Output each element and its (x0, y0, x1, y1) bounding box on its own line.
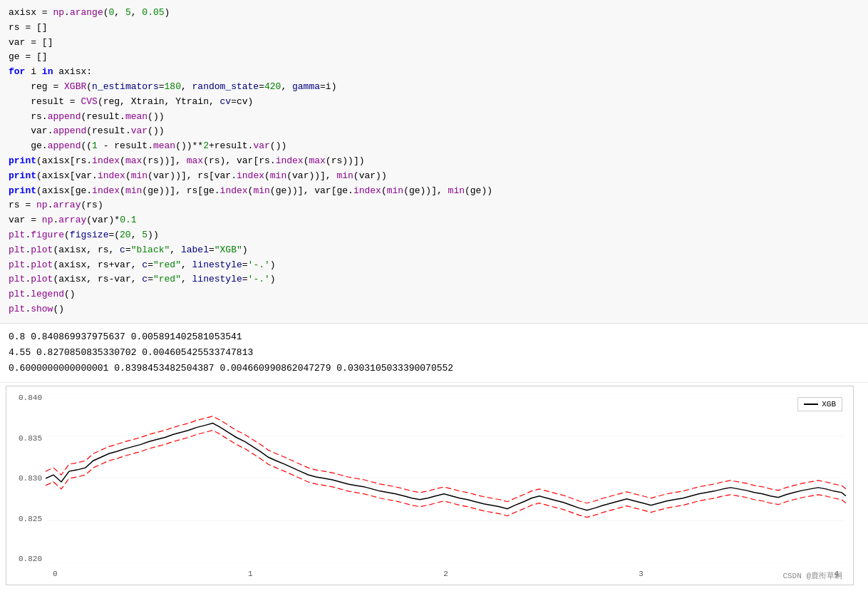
output-line-3: 0.6000000000000001 0.8398453482504387 0.… (9, 361, 859, 376)
x-axis: 0 1 2 3 4 (46, 563, 846, 585)
x-label-2: 2 (443, 570, 448, 578)
x-label-0: 0 (53, 570, 58, 578)
legend-line-icon (804, 404, 818, 405)
legend-label: XGB (822, 400, 836, 409)
y-label-1: 0.840 (19, 394, 42, 402)
code-block: axisx = np.arange(0, 5, 0.05) rs = [] va… (0, 0, 868, 324)
chart-legend: XGB (797, 397, 842, 411)
chart-svg (46, 394, 846, 563)
y-label-4: 0.825 (19, 515, 42, 523)
lower-band (46, 431, 846, 518)
y-label-3: 0.830 (19, 474, 42, 483)
y-label-5: 0.820 (19, 555, 42, 563)
y-axis: 0.840 0.835 0.830 0.825 0.820 (6, 394, 46, 563)
main-line (46, 423, 846, 510)
chart-plot-area (46, 394, 846, 563)
x-label-1: 1 (248, 570, 253, 578)
output-line-2: 4.55 0.8270850835330702 0.00460542553374… (9, 345, 859, 361)
x-label-3: 3 (639, 570, 644, 578)
output-line-1: 0.8 0.840869937975637 0.0058914025810535… (9, 329, 859, 345)
watermark: CSDN @鹿衔草嗣 (782, 570, 842, 581)
y-label-2: 0.835 (19, 434, 42, 443)
output-block: 0.8 0.840869937975637 0.0058914025810535… (0, 324, 868, 383)
chart-section: 0.840 0.835 0.830 0.825 0.820 (0, 383, 868, 588)
chart-container: 0.840 0.835 0.830 0.825 0.820 (6, 386, 854, 585)
upper-band (46, 416, 846, 503)
